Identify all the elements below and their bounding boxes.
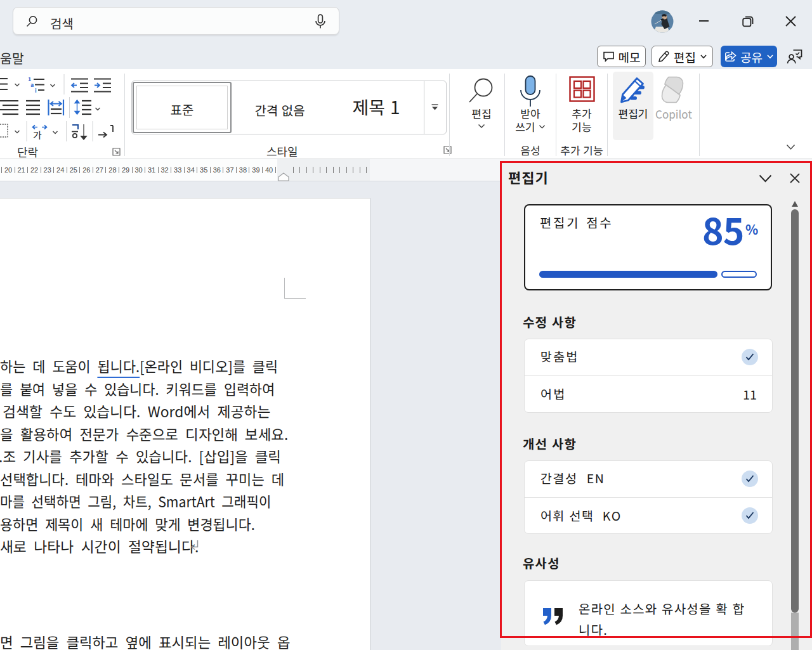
svg-text:a: a xyxy=(30,81,34,89)
svg-text:가: 가 xyxy=(33,128,42,141)
svg-text:i: i xyxy=(35,86,37,94)
